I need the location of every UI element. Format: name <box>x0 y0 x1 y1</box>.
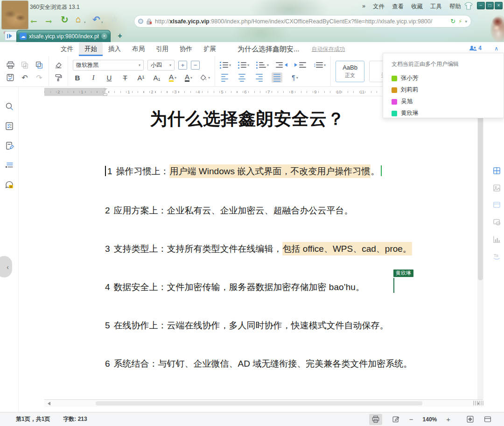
line-spacing-button[interactable]: ↕▾ <box>313 60 326 70</box>
ribbon-tab-layout[interactable]: 布局 <box>126 42 150 56</box>
ribbon-tab-home[interactable]: 开始 <box>79 42 103 56</box>
collaborators-indicator[interactable]: 4 <box>469 45 482 51</box>
justify-button[interactable] <box>272 72 282 83</box>
ribbon-tab-file[interactable]: 文件 <box>55 42 79 56</box>
ribbon-tab-collaborate[interactable]: 协作 <box>174 42 198 56</box>
doc-paragraph-2[interactable]: 2应用方案上：企业私有云、企业加密云、超融合办公云平台。 <box>105 205 353 217</box>
ribbon-collapse-icon[interactable]: ∧ <box>494 45 498 52</box>
subscript-button[interactable]: A₁ <box>152 72 161 83</box>
close-button[interactable]: × <box>495 2 503 9</box>
refresh-icon[interactable]: ↻ <box>61 14 69 25</box>
tab-close-icon[interactable]: × <box>101 33 107 39</box>
insert-table-icon[interactable] <box>492 166 501 175</box>
menu-tools[interactable]: 工具 <box>430 3 442 11</box>
insert-shape-icon[interactable] <box>492 218 501 227</box>
paste-button[interactable] <box>20 60 29 70</box>
format-painter-button[interactable] <box>54 72 63 83</box>
forward-icon[interactable]: → <box>44 14 54 25</box>
multilevel-list-button[interactable]: ▾ <box>256 60 269 70</box>
save-button[interactable] <box>6 72 15 83</box>
menu-help[interactable]: 帮助 <box>449 3 461 11</box>
underline-button[interactable]: U <box>105 72 114 83</box>
increase-indent-button[interactable] <box>294 60 306 70</box>
speed-mode-icon[interactable]: ⚡ <box>458 18 462 25</box>
doc-paragraph-6[interactable]: 6系统结合：与钉钉、企业微信、AD 域无缝衔接、完美兼各类文件加密系统。 <box>105 358 412 370</box>
doc-paragraph-3[interactable]: 3支持类型上：支持所有类型文件在线编辑，包括 office、WPS、cad、pr… <box>105 243 412 255</box>
doc-paragraph-1[interactable]: 1操作习惯上：用户端 Windows 嵌入式界面，不改变用户操作习惯。 <box>105 165 382 178</box>
vertical-scrollbar-thumb[interactable] <box>478 98 483 280</box>
eraser-button[interactable] <box>54 60 63 70</box>
menu-favorites[interactable]: 收藏 <box>411 3 423 11</box>
zoom-out-button[interactable]: − <box>409 415 413 423</box>
menu-view[interactable]: 查看 <box>392 3 404 11</box>
task-checklist-icon[interactable] <box>5 121 14 131</box>
copy-button[interactable] <box>35 60 44 70</box>
page-setup-icon[interactable] <box>492 200 501 209</box>
italic-button[interactable]: I <box>89 72 98 83</box>
page-refresh-icon[interactable]: ↻ <box>450 18 455 25</box>
document-canvas[interactable]: 为什么选择鑫朗安全云？ 1操作习惯上：用户端 Windows 嵌入式界面，不改变… <box>19 97 483 399</box>
shading-bucket-button[interactable]: ▾ <box>200 72 210 83</box>
horizontal-scrollbar[interactable] <box>44 399 483 407</box>
text-art-icon[interactable]: Ta <box>492 252 501 261</box>
superscript-button[interactable]: A¹ <box>136 72 146 83</box>
insert-image-icon[interactable] <box>492 184 501 192</box>
outline-navigation-icon[interactable] <box>5 161 14 170</box>
document-edit-icon[interactable] <box>5 141 14 150</box>
maximize-button[interactable]: □ <box>486 2 494 9</box>
menu-file[interactable]: 文件 <box>373 3 385 11</box>
font-family-select[interactable]: 微软雅黑▾ <box>73 60 144 71</box>
align-right-button[interactable] <box>254 72 264 83</box>
undo-dropdown-icon[interactable]: ▾ <box>101 21 103 24</box>
edit-mode-button[interactable] <box>392 415 400 423</box>
fullscreen-button[interactable] <box>466 415 474 423</box>
home-icon[interactable]: ⌂ <box>76 14 81 24</box>
back-icon[interactable]: ← <box>29 14 39 25</box>
doc-paragraph-4[interactable]: 4数据安全上：文件加密传输，服务器数据加密存储加密 bao’hu。 黄欣琳 <box>105 281 364 293</box>
doc-paragraph-5[interactable]: 5在线协作上：云端在线协作，多人同时协作，快速模式文件自动保存。 <box>105 320 389 332</box>
undo-button[interactable]: ↶ <box>20 72 29 83</box>
increase-font-button[interactable]: + <box>178 61 187 70</box>
indent-marker[interactable] <box>103 88 107 96</box>
print-layout-view-button[interactable] <box>369 414 382 425</box>
skin-theme-icon[interactable] <box>464 2 474 11</box>
strikethrough-button[interactable]: T <box>120 72 130 83</box>
bullet-list-button[interactable]: ▾ <box>220 60 231 70</box>
font-color-button[interactable]: A▾ <box>184 72 193 83</box>
bold-button[interactable]: B <box>73 72 82 83</box>
find-search-icon[interactable] <box>5 102 14 111</box>
home-dropdown-icon[interactable]: ▾ <box>84 21 86 24</box>
sidebar-collapse-button[interactable]: ‹ <box>0 256 12 277</box>
zoom-in-button[interactable]: + <box>446 415 450 423</box>
align-center-button[interactable] <box>237 72 246 83</box>
comments-icon[interactable] <box>5 180 14 190</box>
ribbon-tab-extensions[interactable]: 扩展 <box>198 42 222 56</box>
decrease-indent-button[interactable] <box>276 60 287 70</box>
site-info-icon[interactable] <box>138 19 143 24</box>
menu-overflow-icon[interactable]: » <box>362 3 365 11</box>
paragraph-mark-button[interactable]: ¶▾ <box>290 72 300 83</box>
vertical-scrollbar[interactable] <box>477 97 483 399</box>
favorite-star-icon[interactable]: ☆ <box>111 14 118 24</box>
text-highlight-button[interactable]: A▾ <box>168 72 177 83</box>
font-size-select[interactable]: 小四▾ <box>147 60 175 71</box>
scroll-left-icon[interactable] <box>46 402 50 405</box>
new-tab-button[interactable]: + <box>116 32 124 40</box>
style-normal[interactable]: AaBb 正文 <box>336 61 364 82</box>
lock-insecure-icon[interactable] <box>146 18 152 25</box>
browser-tab[interactable]: ☁ xlsafe.yicp.vip:9800/index.php × <box>16 30 111 42</box>
print-button[interactable] <box>6 60 15 70</box>
reading-view-button[interactable] <box>483 415 492 423</box>
favorites-bar-toggle-icon[interactable] <box>5 31 17 41</box>
minimize-button[interactable]: − <box>477 2 485 9</box>
undo-nav-icon[interactable]: ↶ <box>92 14 100 25</box>
address-dropdown-icon[interactable]: ▾ <box>465 19 467 24</box>
align-left-button[interactable] <box>220 72 229 83</box>
horizontal-scrollbar-thumb[interactable] <box>96 401 422 405</box>
ribbon-tab-insert[interactable]: 插入 <box>103 42 126 56</box>
url-text[interactable]: http://xlsafe.yicp.vip:9800/index.php/Ho… <box>155 18 448 25</box>
ribbon-tab-references[interactable]: 引用 <box>150 42 174 56</box>
redo-button[interactable]: ↷ <box>35 72 44 83</box>
numbered-list-button[interactable]: ▾ <box>238 60 249 70</box>
zoom-level[interactable]: 140% <box>423 416 437 423</box>
